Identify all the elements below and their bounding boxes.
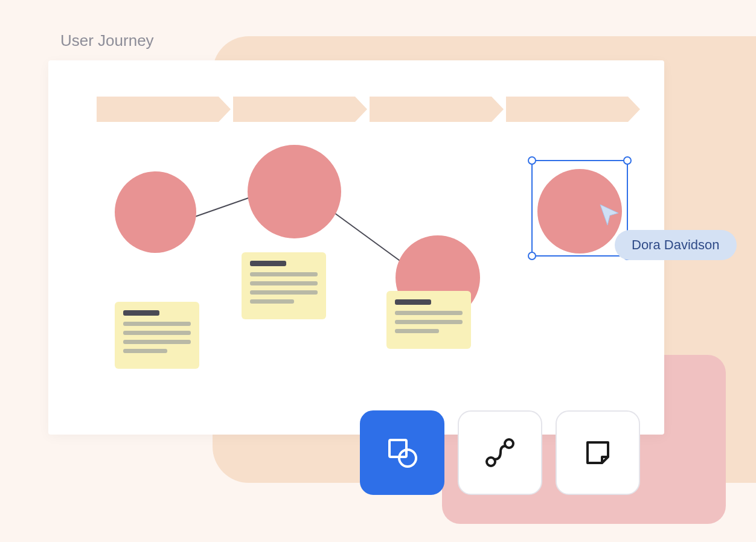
note-line-placeholder <box>123 322 191 326</box>
note-line-placeholder <box>250 290 318 295</box>
collaborator-name-badge: Dora Davidson <box>615 230 737 260</box>
collaborator-cursor-icon <box>598 202 622 226</box>
page-title: User Journey <box>60 31 154 50</box>
note-title-placeholder <box>395 299 431 305</box>
selection-handle[interactable] <box>528 156 536 165</box>
selection-handle[interactable] <box>528 252 536 260</box>
sticky-note[interactable] <box>115 302 199 369</box>
journey-node[interactable] <box>248 145 341 238</box>
sticky-note-icon <box>581 436 614 469</box>
journey-node[interactable] <box>115 171 196 253</box>
note-line-placeholder <box>395 320 463 324</box>
connector-icon <box>482 435 517 470</box>
svg-line-0 <box>193 196 254 217</box>
note-line-placeholder <box>250 299 294 304</box>
note-line-placeholder <box>250 281 318 285</box>
note-title-placeholder <box>250 261 286 266</box>
note-line-placeholder <box>123 340 191 344</box>
note-line-placeholder <box>123 349 167 353</box>
tool-connector-button[interactable] <box>458 410 542 495</box>
sticky-note[interactable] <box>242 252 326 319</box>
sticky-note[interactable] <box>386 291 471 349</box>
whiteboard-canvas[interactable]: Dora Davidson <box>48 60 664 435</box>
svg-rect-2 <box>389 440 406 457</box>
note-line-placeholder <box>250 272 318 276</box>
tool-shape-button[interactable] <box>360 410 444 495</box>
tool-toolbar <box>360 410 640 495</box>
shape-icon <box>385 435 420 470</box>
note-title-placeholder <box>123 310 159 316</box>
note-line-placeholder <box>123 331 191 335</box>
note-line-placeholder <box>395 311 463 315</box>
tool-sticky-button[interactable] <box>556 410 640 495</box>
note-line-placeholder <box>395 329 439 333</box>
selection-handle[interactable] <box>623 156 632 165</box>
